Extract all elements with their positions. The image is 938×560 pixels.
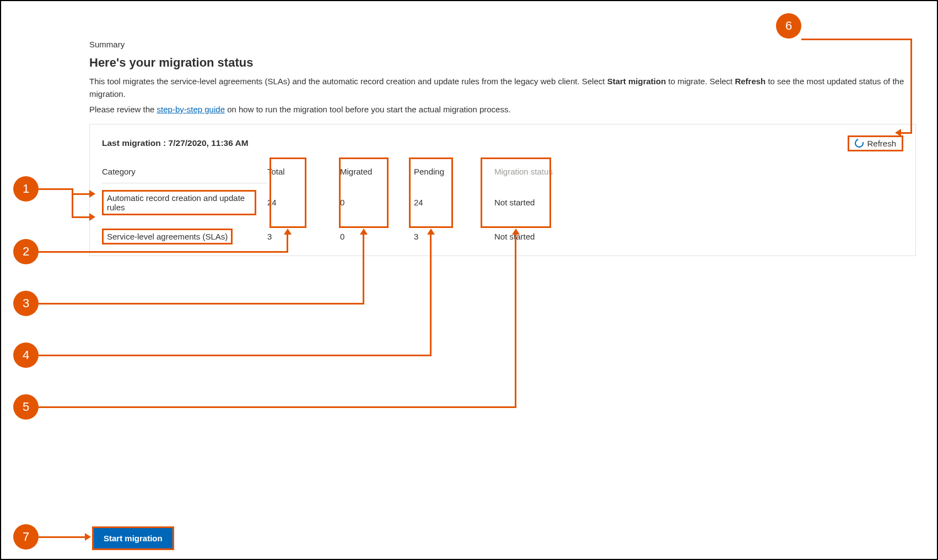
refresh-icon: [854, 137, 866, 149]
cell-total: 24: [262, 191, 311, 214]
start-migration-label: Start migration: [104, 534, 163, 543]
callout-arrow: [284, 229, 292, 235]
table-row: Automatic record creation and update rul…: [90, 183, 915, 222]
callout-connector: [287, 234, 288, 253]
desc-text: This tool migrates the service-level agr…: [89, 77, 607, 86]
callout-badge-5: 5: [13, 394, 39, 420]
description-paragraph-1: This tool migrates the service-level agr…: [89, 75, 916, 100]
cell-migrated: 0: [335, 225, 384, 248]
cell-category: Service-level agreements (SLAs): [90, 222, 262, 251]
desc-text: Please review the: [89, 105, 157, 114]
page-title: Here's your migration status: [89, 56, 916, 70]
refresh-button[interactable]: Refresh: [848, 135, 903, 151]
callout-arrow: [89, 213, 95, 221]
page-frame: Summary Here's your migration status Thi…: [0, 0, 938, 560]
cell-category: Automatic record creation and update rul…: [90, 183, 262, 222]
card-header: Last migration : 7/27/2020, 11:36 AM Ref…: [90, 124, 915, 155]
desc-text: on how to run the migration tool before …: [227, 105, 510, 114]
callout-arrow: [89, 190, 95, 198]
last-migration-value: 7/27/2020, 11:36 AM: [169, 138, 249, 148]
cell-status: Not started: [489, 225, 560, 248]
last-migration-info: Last migration : 7/27/2020, 11:36 AM: [102, 138, 249, 148]
callout-connector: [39, 251, 288, 253]
callout-badge-1: 1: [13, 176, 39, 202]
col-header-pending: Pending: [408, 160, 458, 183]
cell-pending: 24: [408, 191, 458, 214]
callout-connector: [801, 39, 912, 40]
step-by-step-guide-link[interactable]: step-by-step guide: [157, 105, 225, 114]
migration-table: Category Total Migrated Pending Migratio…: [90, 160, 915, 251]
callout-badge-3: 3: [13, 291, 39, 316]
col-header-migrated: Migrated: [335, 160, 384, 183]
callout-connector: [430, 234, 432, 356]
category-value: Service-level agreements (SLAs): [102, 229, 233, 244]
start-migration-button[interactable]: Start migration: [92, 526, 174, 550]
callout-connector: [39, 355, 431, 356]
category-value: Automatic record creation and update rul…: [102, 190, 256, 215]
callout-badge-2: 2: [13, 239, 39, 264]
description-paragraph-2: Please review the step-by-step guide on …: [89, 104, 916, 116]
callout-connector: [39, 303, 364, 305]
callout-connector: [39, 188, 72, 190]
col-header-category: Category: [90, 160, 262, 183]
callout-connector: [72, 193, 89, 195]
callout-arrow: [360, 229, 368, 235]
callout-connector: [39, 406, 516, 408]
desc-bold-start-migration: Start migration: [607, 77, 666, 86]
content-area: Summary Here's your migration status Thi…: [89, 40, 916, 256]
callout-arrow: [427, 229, 435, 235]
callout-badge-7: 7: [13, 524, 39, 550]
summary-label: Summary: [89, 40, 916, 49]
callout-arrow: [512, 229, 520, 235]
callout-arrow: [895, 129, 901, 137]
refresh-button-label: Refresh: [867, 139, 896, 148]
callout-connector: [363, 234, 364, 305]
callout-connector: [910, 39, 912, 133]
callout-badge-6: 6: [776, 13, 801, 39]
table-row: Service-level agreements (SLAs) 3 0 3 No…: [90, 222, 915, 251]
migration-card: Last migration : 7/27/2020, 11:36 AM Ref…: [89, 124, 916, 256]
col-header-status: Migration status: [489, 160, 560, 183]
callout-connector: [72, 216, 89, 218]
cell-migrated: 0: [335, 191, 384, 214]
col-header-total: Total: [262, 160, 311, 183]
callout-badge-4: 4: [13, 342, 39, 368]
last-migration-label: Last migration :: [102, 138, 166, 148]
callout-connector: [515, 234, 516, 408]
cell-status: Not started: [489, 191, 560, 214]
desc-text: to migrate. Select: [669, 77, 735, 86]
callout-connector: [39, 536, 85, 538]
callout-arrow: [85, 533, 91, 541]
table-header-row: Category Total Migrated Pending Migratio…: [90, 160, 915, 183]
desc-bold-refresh: Refresh: [735, 77, 766, 86]
callout-connector: [901, 132, 912, 134]
